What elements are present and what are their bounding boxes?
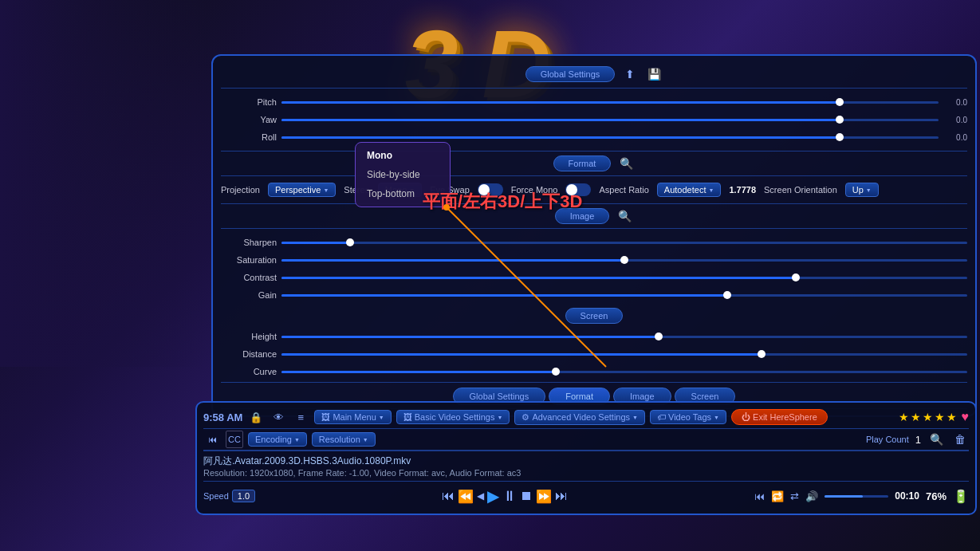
gain-slider[interactable] xyxy=(281,294,967,297)
curve-slider[interactable] xyxy=(281,371,967,373)
upload-button[interactable]: ⬆ xyxy=(621,65,639,83)
video-tags-button[interactable]: 🏷 Video Tags xyxy=(650,410,726,424)
pitch-slider[interactable] xyxy=(281,101,939,104)
roll-slider[interactable] xyxy=(281,136,939,139)
right-playback-controls: ⏮ 🔁 ⇄ 🔊 00:10 76% 🔋 xyxy=(754,489,969,504)
play-pause-button[interactable]: ▶ xyxy=(487,486,499,506)
sharpen-label: Sharpen xyxy=(221,238,277,247)
stereo-option-sidebyside[interactable]: Side-by-side xyxy=(356,165,450,184)
favorite-button[interactable]: ♥ xyxy=(962,410,970,424)
roll-value: 0.0 xyxy=(943,133,967,142)
step-back-button[interactable]: ◀ xyxy=(477,490,484,502)
projection-dropdown[interactable]: Perspective xyxy=(268,183,336,197)
resolution-button[interactable]: Resolution xyxy=(312,432,376,447)
stop-button[interactable]: ⏹ xyxy=(520,489,533,503)
force-mono-label: Force Mono xyxy=(511,185,558,195)
star-3[interactable]: ★ xyxy=(923,411,933,423)
force-mono-toggle[interactable] xyxy=(565,183,591,196)
bg-character-silhouette xyxy=(0,0,207,367)
main-menu-label: Main Menu xyxy=(333,412,376,422)
height-label: Height xyxy=(221,332,277,341)
prev-frame-button[interactable]: ⏮ xyxy=(203,431,221,448)
sharpen-row: Sharpen xyxy=(221,234,967,251)
speed-value: 1.0 xyxy=(232,490,255,502)
menu-lines-button[interactable]: ≡ xyxy=(292,408,309,426)
yaw-slider[interactable] xyxy=(281,119,939,121)
lock-button[interactable]: 🔒 xyxy=(247,408,265,426)
projection-label: Projection xyxy=(221,185,260,195)
star-2[interactable]: ★ xyxy=(911,411,921,423)
star-rating[interactable]: ★ ★ ★ ★ ★ xyxy=(899,411,957,423)
eye-swap-toggle[interactable] xyxy=(478,183,503,196)
speed-label: Speed xyxy=(203,491,229,501)
basic-video-button[interactable]: 🖼 Basic Video Settings xyxy=(396,410,510,424)
encoding-label: Encoding xyxy=(255,435,292,444)
aspect-ratio-label: Aspect Ratio xyxy=(599,185,648,195)
distance-row: Distance xyxy=(221,345,967,363)
exit-heresphere-button[interactable]: ⏻ Exit HereSphere xyxy=(731,409,828,425)
volume-slider[interactable] xyxy=(825,495,888,498)
pause-button[interactable]: ⏸ xyxy=(502,488,517,505)
shuffle-button[interactable]: ⇄ xyxy=(790,490,799,502)
height-slider[interactable] xyxy=(281,336,967,338)
basic-video-label: Basic Video Settings xyxy=(415,412,495,422)
image-search-button[interactable]: 🔍 xyxy=(616,207,633,225)
resolution-label: Resolution xyxy=(319,435,360,444)
video-tags-label: Video Tags xyxy=(668,412,711,422)
format-button[interactable]: Format xyxy=(553,155,612,171)
global-settings-button[interactable]: Global Settings xyxy=(525,66,616,82)
aspect-ratio-dropdown[interactable]: Autodetect xyxy=(657,183,722,197)
gain-label: Gain xyxy=(221,290,277,300)
contrast-slider[interactable] xyxy=(281,277,967,279)
fast-forward-button[interactable]: ⏩ xyxy=(536,489,552,504)
stereo-dropdown-popup: Mono Side-by-side Top-bottom xyxy=(355,142,451,207)
format-row: Format 🔍 xyxy=(221,151,967,176)
main-menu-button[interactable]: 🖼 Main Menu xyxy=(314,410,391,424)
search-library-button[interactable]: 🔍 xyxy=(927,431,945,448)
bottom-bar-top-row: 9:58 AM 🔒 👁 ≡ 🖼 Main Menu 🖼 Basic Video … xyxy=(203,406,969,429)
rewind-button[interactable]: ⏪ xyxy=(458,489,474,504)
saturation-slider[interactable] xyxy=(281,259,967,262)
star-4[interactable]: ★ xyxy=(935,411,945,423)
current-time-display: 9:58 AM xyxy=(203,411,242,423)
advanced-video-label: Advanced Video Settings xyxy=(532,412,630,422)
screen-orientation-label: Screen Orientation xyxy=(764,185,837,195)
main-settings-panel: Global Settings ⬆ 💾 Pitch 0.0 Yaw 0.0 Ro… xyxy=(211,54,977,417)
star-5[interactable]: ★ xyxy=(947,411,957,423)
format-search-button[interactable]: 🔍 xyxy=(617,155,635,172)
image-sliders: Sharpen Saturation Contrast Gain xyxy=(221,232,967,305)
sharpen-slider[interactable] xyxy=(281,242,967,244)
skip-start-button[interactable]: ⏮ xyxy=(442,489,455,503)
bottom-control-bar: 9:58 AM 🔒 👁 ≡ 🖼 Main Menu 🖼 Basic Video … xyxy=(195,401,977,515)
screen-button[interactable]: Screen xyxy=(565,308,624,324)
yaw-label: Yaw xyxy=(221,115,277,124)
image-row: Image 🔍 xyxy=(221,203,967,229)
stereo-option-topbottom[interactable]: Top-bottom xyxy=(356,184,450,203)
skip-end-button[interactable]: ⏭ xyxy=(555,489,568,503)
save-button[interactable]: 💾 xyxy=(645,65,663,83)
curve-label: Curve xyxy=(221,367,277,376)
playback-controls: ⏮ ⏪ ◀ ▶ ⏸ ⏹ ⏩ ⏭ xyxy=(442,484,568,508)
captions-button[interactable]: CC xyxy=(226,431,243,448)
height-row: Height xyxy=(221,328,967,345)
stereo-option-mono[interactable]: Mono xyxy=(356,146,450,165)
play-count-label: Play Count xyxy=(866,435,909,444)
roll-label: Roll xyxy=(221,132,277,142)
screen-orientation-dropdown[interactable]: Up xyxy=(845,183,879,197)
basic-video-icon: 🖼 xyxy=(403,412,412,422)
repeat-button[interactable]: 🔁 xyxy=(771,490,784,502)
saturation-label: Saturation xyxy=(221,255,277,265)
advanced-video-button[interactable]: ⚙ Advanced Video Settings xyxy=(514,410,645,425)
play-count-value: 1 xyxy=(915,434,921,446)
loop-button[interactable]: ⏮ xyxy=(754,490,765,502)
eye-button[interactable]: 👁 xyxy=(270,408,287,426)
encoding-button[interactable]: Encoding xyxy=(248,432,307,447)
distance-slider[interactable] xyxy=(281,353,967,356)
delete-button[interactable]: 🗑 xyxy=(951,431,969,448)
play-count-row: Play Count 1 xyxy=(866,434,921,446)
orientation-sliders: Pitch 0.0 Yaw 0.0 Roll 0.0 xyxy=(221,92,967,148)
yaw-value: 0.0 xyxy=(943,116,967,124)
star-1[interactable]: ★ xyxy=(899,411,909,423)
exit-icon: ⏻ xyxy=(742,412,750,422)
image-button[interactable]: Image xyxy=(555,208,610,224)
